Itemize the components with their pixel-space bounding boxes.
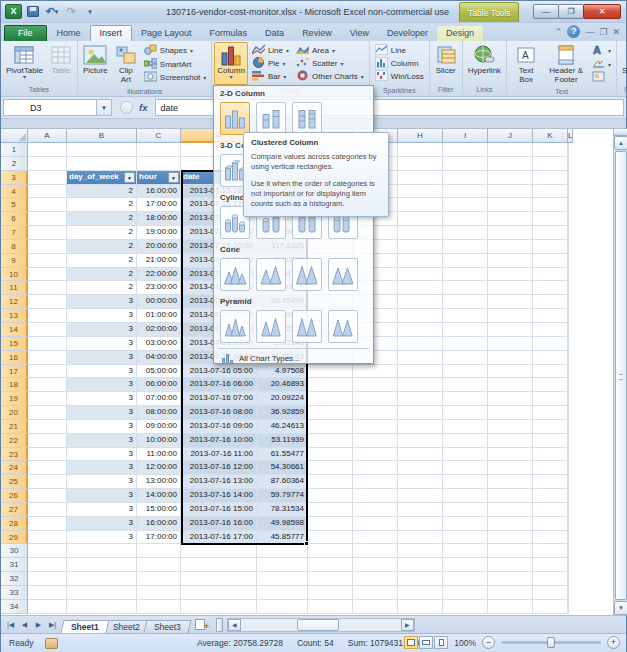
cell-A1[interactable] [28, 143, 67, 157]
cell-B32[interactable] [67, 572, 137, 586]
horizontal-scrollbar[interactable]: ◀ ▶ [227, 618, 415, 632]
cell-F26[interactable] [308, 489, 353, 503]
cell-D25[interactable]: 2013-07-16 13:00 [181, 475, 257, 489]
chart-type-stacked-pyramid[interactable] [256, 310, 286, 343]
cell-K18[interactable] [533, 378, 568, 392]
next-sheet-icon[interactable]: ▶ [32, 621, 45, 629]
customize-qat-button[interactable]: ▾ [82, 4, 98, 19]
cell-J10[interactable] [488, 268, 533, 282]
cell-L5[interactable] [568, 198, 569, 212]
cell-G23[interactable] [353, 448, 398, 462]
cell-K19[interactable] [533, 392, 568, 406]
cell-H32[interactable] [398, 572, 443, 586]
cell-F22[interactable] [308, 434, 353, 448]
cell-E21[interactable]: 46.24613 [257, 420, 308, 434]
cell-L7[interactable] [568, 226, 569, 240]
cell-C18[interactable]: 06:00:00 [137, 378, 181, 392]
cell-A10[interactable] [28, 268, 67, 282]
cell-J25[interactable] [488, 475, 533, 489]
smartart-button[interactable]: SmartArt [141, 58, 209, 71]
cell-J26[interactable] [488, 489, 533, 503]
chart-type-3-d-cone[interactable] [328, 258, 358, 291]
cell-I11[interactable] [443, 281, 488, 295]
cell-L12[interactable] [568, 295, 569, 309]
cell-B22[interactable]: 3 [67, 434, 137, 448]
cell-L17[interactable] [568, 365, 569, 379]
cell-D32[interactable] [181, 572, 257, 586]
cell-D22[interactable]: 2013-07-16 10:00 [181, 434, 257, 448]
cell-L27[interactable] [568, 503, 569, 517]
cell-H2[interactable] [398, 157, 443, 171]
row-header-30[interactable]: 30 [1, 544, 28, 558]
row-header-23[interactable]: 23 [1, 448, 28, 462]
cell-C32[interactable] [137, 572, 181, 586]
cell-F24[interactable] [308, 461, 353, 475]
cell-D23[interactable]: 2013-07-16 11:00 [181, 448, 257, 462]
cell-D18[interactable]: 2013-07-16 06:00 [181, 378, 257, 392]
cell-C15[interactable]: 03:00:00 [137, 337, 181, 351]
cell-B19[interactable]: 3 [67, 392, 137, 406]
tab-design[interactable]: Design [437, 26, 483, 41]
symbols-button[interactable]: Ω Symbols▾ [619, 42, 627, 84]
cell-L32[interactable] [568, 572, 569, 586]
cell-B11[interactable]: 2 [67, 281, 137, 295]
cell-K8[interactable] [533, 240, 568, 254]
tab-insert[interactable]: Insert [90, 25, 133, 41]
cell-G20[interactable] [353, 406, 398, 420]
cell-L31[interactable] [568, 558, 569, 572]
headerfooter-button[interactable]: Header & Footer [544, 42, 588, 86]
chart-type-100-stacked-column[interactable] [292, 102, 322, 135]
cell-J5[interactable] [488, 198, 533, 212]
cell-F32[interactable] [308, 572, 353, 586]
column-header-J[interactable]: J [488, 129, 533, 143]
row-header-24[interactable]: 24 [1, 461, 28, 475]
cell-C17[interactable]: 05:00:00 [137, 365, 181, 379]
cell-J7[interactable] [488, 226, 533, 240]
minimize-button[interactable]: — [533, 4, 559, 19]
cell-A26[interactable] [28, 489, 67, 503]
cell-F28[interactable] [308, 517, 353, 531]
cell-H11[interactable] [398, 281, 443, 295]
cell-K11[interactable] [533, 281, 568, 295]
zoom-level[interactable]: 100% [454, 638, 476, 648]
cell-J29[interactable] [488, 531, 533, 545]
cell-C3[interactable]: hour▼ [137, 171, 181, 185]
vertical-scroll-thumb[interactable] [615, 151, 627, 600]
cell-A3[interactable] [28, 171, 67, 185]
cell-I23[interactable] [443, 448, 488, 462]
cell-E28[interactable]: 49.98598 [257, 517, 308, 531]
cell-F19[interactable] [308, 392, 353, 406]
cell-K21[interactable] [533, 420, 568, 434]
cell-B26[interactable]: 3 [67, 489, 137, 503]
row-header-19[interactable]: 19 [1, 392, 28, 406]
cell-A27[interactable] [28, 503, 67, 517]
cell-J34[interactable] [488, 600, 533, 614]
cell-I7[interactable] [443, 226, 488, 240]
cell-E20[interactable]: 36.92859 [257, 406, 308, 420]
cell-A18[interactable] [28, 378, 67, 392]
cell-C31[interactable] [137, 558, 181, 572]
cell-E25[interactable]: 87.60364 [257, 475, 308, 489]
cell-H1[interactable] [398, 143, 443, 157]
cell-K29[interactable] [533, 531, 568, 545]
cell-L4[interactable] [568, 185, 569, 199]
cell-I21[interactable] [443, 420, 488, 434]
cell-K33[interactable] [533, 586, 568, 600]
area-chart-button[interactable]: Area▾ [293, 44, 367, 57]
cell-C4[interactable]: 16:00:00 [137, 185, 181, 199]
cell-B18[interactable]: 3 [67, 378, 137, 392]
cell-B1[interactable] [67, 143, 137, 157]
cell-I25[interactable] [443, 475, 488, 489]
cell-E23[interactable]: 61.55477 [257, 448, 308, 462]
cell-K2[interactable] [533, 157, 568, 171]
zoom-out-button[interactable]: − [482, 636, 495, 649]
cell-H4[interactable] [398, 185, 443, 199]
cell-L14[interactable] [568, 323, 569, 337]
cell-D29[interactable]: 2013-07-16 17:00 [181, 531, 257, 545]
page-layout-view-button[interactable] [419, 636, 433, 649]
row-header-4[interactable]: 4 [1, 185, 28, 199]
cell-L16[interactable] [568, 351, 569, 365]
cell-A31[interactable] [28, 558, 67, 572]
workbook-restore-icon[interactable]: ❐ [599, 27, 607, 37]
other-charts-button[interactable]: Other Charts▾ [293, 70, 367, 83]
